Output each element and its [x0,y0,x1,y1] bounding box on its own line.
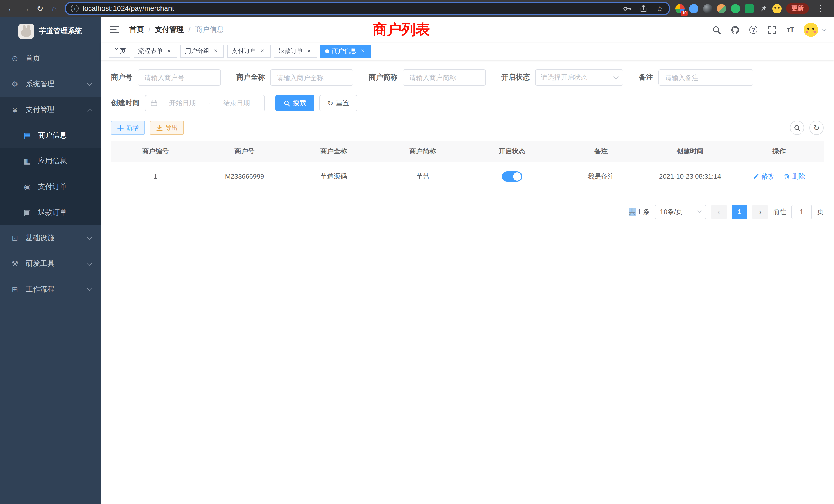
tab-user-group[interactable]: 用户分组 × [180,44,224,58]
chevron-down-icon [821,26,827,31]
sidebar-item-pay-order[interactable]: ◉ 支付订单 [0,174,101,200]
forward-icon[interactable]: → [19,1,33,16]
close-icon[interactable]: × [166,47,173,55]
dashboard-icon: ⊙ [10,54,20,63]
merchant-no-input[interactable] [138,69,221,86]
date-range-picker[interactable]: 开始日期 - 结束日期 [145,95,265,111]
short-name-input[interactable] [403,69,486,86]
extension-icon-2[interactable] [689,4,698,13]
sidebar-item-workflow[interactable]: ⊞ 工作流程 [0,277,101,302]
status-toggle[interactable] [502,171,522,181]
calendar-icon [151,99,158,107]
trash-icon [784,173,790,179]
col-remark: 备注 [556,141,645,162]
tab-process-form[interactable]: 流程表单 × [133,44,177,58]
fullscreen-icon[interactable] [767,25,777,35]
page-size-select[interactable]: 10条/页 [655,205,706,219]
prev-page-button[interactable]: ‹ [711,205,727,219]
chevron-up-icon [87,108,92,113]
yen-icon: ¥ [10,106,20,114]
address-bar[interactable]: localhost:1024/pay/merchant ☆ [65,2,670,16]
help-icon[interactable] [748,25,759,35]
toggle-search-button[interactable] [790,121,804,135]
search-button[interactable]: 搜索 [275,95,314,111]
sidebar-item-infrastructure[interactable]: ⊡ 基础设施 [0,225,101,251]
breadcrumb-payment[interactable]: 支付管理 [155,25,184,35]
goto-label: 前往 [773,207,786,216]
key-icon[interactable] [621,2,633,15]
extension-icon-4[interactable] [717,4,726,13]
close-icon[interactable]: × [212,47,219,55]
refresh-table-button[interactable]: ↻ [809,121,824,135]
status-select[interactable]: 请选择开启状态 [535,69,623,86]
tags-bar: 首页 流程表单 × 用户分组 × 支付订单 × 退款订单 × [101,43,834,60]
chevron-down-icon [87,81,92,86]
url-text: localhost:1024/pay/merchant [83,5,617,12]
create-time-label: 创建时间 [111,98,140,108]
refresh-icon: ↻ [328,100,333,107]
user-avatar[interactable] [804,23,818,37]
col-status: 开启状态 [467,141,556,162]
record-icon: ◉ [23,182,32,191]
sidebar-item-merchant-info[interactable]: ▤ 商户信息 [0,123,101,148]
extension-icon-3[interactable] [703,4,712,13]
col-short-name: 商户简称 [378,141,467,162]
grid-icon: ▦ [23,157,32,166]
close-icon[interactable]: × [259,47,266,55]
goto-page-input[interactable] [791,205,812,219]
reset-button[interactable]: ↻ 重置 [320,95,357,111]
back-icon[interactable]: ← [4,1,19,16]
pin-icon[interactable] [759,4,768,13]
add-button[interactable]: 新增 [111,121,145,135]
breadcrumb-home[interactable]: 首页 [129,25,144,35]
tab-merchant-info[interactable]: 商户信息 × [321,44,371,58]
extension-icon-6[interactable] [745,4,754,13]
chevron-down-icon [613,74,619,79]
edit-button[interactable]: 修改 [753,172,775,181]
monitor-icon: ⊡ [10,233,20,243]
extension-icon-1[interactable]: 10 [675,4,684,13]
update-button[interactable]: 更新 [786,3,809,14]
home-icon[interactable]: ⌂ [47,1,62,16]
delete-button[interactable]: 删除 [784,172,805,181]
sidebar-item-system[interactable]: ⚙ 系统管理 [0,71,101,97]
breadcrumb-current: 商户信息 [195,25,224,35]
sidebar-item-devtools[interactable]: ⚒ 研发工具 [0,251,101,277]
font-size-icon[interactable] [785,25,795,35]
share-icon[interactable] [637,2,650,15]
close-icon[interactable]: × [359,47,366,55]
pagination: 共 1 条 10条/页 ‹ 1 › 前往 页 [111,205,824,219]
app-logo[interactable]: 芋道管理系统 [0,17,101,46]
gear-icon: ⚙ [10,79,20,89]
cell-merchant-id: 1 [111,162,200,191]
star-icon[interactable]: ☆ [654,2,666,15]
export-button[interactable]: 导出 [150,121,184,135]
chevron-down-icon [87,260,92,265]
reload-icon[interactable]: ↻ [33,1,47,16]
sidebar-item-payment[interactable]: ¥ 支付管理 [0,97,101,123]
current-page-button[interactable]: 1 [732,205,747,219]
full-name-input[interactable] [270,69,353,86]
emoji-extension-icon[interactable] [772,4,782,13]
breadcrumb: 首页 / 支付管理 / 商户信息 [129,25,224,35]
github-icon[interactable] [730,25,740,35]
search-icon[interactable] [711,25,722,35]
sidebar-item-home[interactable]: ⊙ 首页 [0,46,101,71]
info-icon[interactable] [71,5,79,12]
sidebar-item-app-info[interactable]: ▦ 应用信息 [0,148,101,174]
search-icon [284,100,290,107]
tab-refund-order[interactable]: 退款订单 × [274,44,317,58]
browser-menu-icon[interactable]: ⋮ [813,1,828,16]
navbar-actions [711,23,826,37]
close-icon[interactable]: × [306,47,313,55]
remark-input[interactable] [658,69,753,86]
tab-pay-order[interactable]: 支付订单 × [227,44,271,58]
extension-icon-5[interactable] [731,4,740,13]
screenshot-root: ← → ↻ ⌂ localhost:1024/pay/merchant ☆ 10 [0,0,834,504]
next-page-button[interactable]: › [752,205,768,219]
tab-home[interactable]: 首页 [109,44,130,58]
hamburger-icon[interactable] [109,24,120,36]
status-label: 开启状态 [501,73,530,82]
cell-status [467,162,556,191]
sidebar-item-refund-order[interactable]: ▣ 退款订单 [0,200,101,225]
